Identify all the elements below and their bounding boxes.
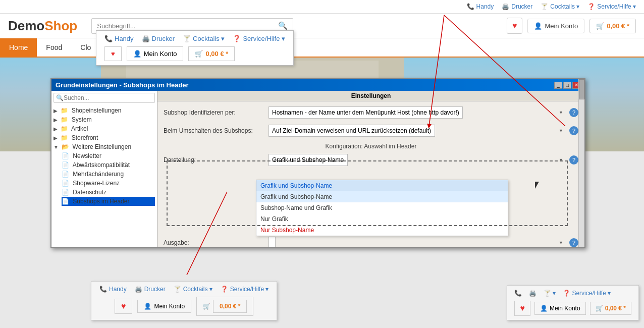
help-button-3[interactable]: ? bbox=[569, 155, 578, 165]
bl-cart-button[interactable]: 🛒 0,00 € * bbox=[196, 297, 253, 316]
popup-user-icon: 👤 bbox=[133, 50, 141, 58]
modal-sidebar: 🔍 ▶ 📁 Shopeinstellungen ▶ 📁 System ▶ 📁 A… bbox=[51, 91, 157, 247]
tree-shopware-lizenz[interactable]: 📄 Shopware-Lizenz bbox=[62, 179, 155, 188]
popup-account-button[interactable]: 👤 Mein Konto bbox=[127, 46, 184, 61]
br-cart-button[interactable]: 🛒 0,00 € * bbox=[590, 302, 631, 315]
account-button[interactable]: 👤 Mein Konto bbox=[527, 19, 584, 33]
bpr-top-row: 📞 🖨️ 🍸 ▾ ❓ Service/Hilfe ▾ bbox=[514, 290, 631, 297]
help-icon: ❓ bbox=[587, 3, 595, 10]
tree-weitere-einstellungen[interactable]: ▼ 📂 Weitere Einstellungen bbox=[53, 142, 155, 151]
help-button-4[interactable]: ? bbox=[569, 238, 578, 247]
bl-cocktails-link[interactable]: 🍸 Cocktails ▾ bbox=[174, 286, 212, 293]
br-cocktail-icon: 🍸 bbox=[544, 290, 551, 297]
expand-icon: ▶ bbox=[53, 108, 58, 114]
account-label: Mein Konto bbox=[545, 22, 578, 30]
doc-icon: 📄 bbox=[62, 198, 69, 205]
setting-row-subshop-id: Subshop Identifizieren per: Hostnamen - … bbox=[164, 106, 578, 119]
bl-handy-link[interactable]: 📞 Handy bbox=[99, 286, 127, 293]
top-utility-bar: 📞 Handy 🖨️ Drucker 🍸 Cocktails ▾ ❓ Servi… bbox=[0, 0, 644, 14]
br-handy-link[interactable]: 📞 bbox=[514, 290, 522, 297]
tree-newsletter[interactable]: 📄 Newsletter bbox=[62, 151, 155, 160]
select-wrapper-2: Auf Ziel-Domain verweisen und URL zurück… bbox=[269, 125, 566, 137]
subshop-id-select[interactable]: Hostnamen - der Name unter dem Menüpunkt… bbox=[269, 106, 463, 119]
expand-icon: ▼ bbox=[53, 144, 59, 150]
wishlist-button[interactable]: ♥ bbox=[507, 18, 523, 34]
tree-children: 📄 Newsletter 📄 Abwärtskompatibilität 📄 M… bbox=[53, 151, 155, 206]
bl-account-button[interactable]: 👤 Mein Konto bbox=[137, 300, 191, 313]
cart-button[interactable]: 🛒 0,00 € * bbox=[589, 19, 636, 33]
popup-drucker-link[interactable]: 🖨️ Drucker bbox=[142, 35, 175, 42]
bottom-popup-top-row: 📞 Handy 🖨️ Drucker 🍸 Cocktails ▾ ❓ Servi… bbox=[99, 286, 269, 293]
tree-subshops-header[interactable]: 📄 Subshops im Header bbox=[62, 197, 155, 206]
help-button-1[interactable]: ? bbox=[569, 108, 578, 117]
bl-printer-icon: 🖨️ bbox=[135, 286, 142, 293]
bl-phone-icon: 📞 bbox=[99, 286, 107, 293]
br-wishlist-button[interactable]: ♥ bbox=[514, 301, 530, 316]
cocktails-link[interactable]: 🍸 Cocktails ▾ bbox=[541, 3, 579, 10]
service-link[interactable]: ❓ Service/Hilfe ▾ bbox=[587, 3, 636, 10]
bottom-popup-left: 📞 Handy 🖨️ Drucker 🍸 Cocktails ▾ ❓ Servi… bbox=[91, 281, 277, 320]
printer-icon: 🖨️ bbox=[502, 3, 509, 10]
modal-body: 🔍 ▶ 📁 Shopeinstellungen ▶ 📁 System ▶ 📁 A… bbox=[51, 91, 584, 247]
cart-icon: 🛒 bbox=[596, 22, 604, 30]
ausgabe-select[interactable] bbox=[269, 237, 276, 247]
dropdown-option-2[interactable]: Grafik und Subshop-Name bbox=[256, 191, 508, 202]
scrollbar-thumb[interactable] bbox=[579, 91, 584, 99]
bl-drucker-link[interactable]: 🖨️ Drucker bbox=[135, 286, 166, 293]
nav-home[interactable]: Home bbox=[0, 38, 37, 57]
darstellung-select-wrapper: Grafik und Subshop-Name bbox=[269, 154, 566, 166]
drucker-label: Drucker bbox=[511, 3, 532, 10]
doc-icon: 📄 bbox=[62, 180, 69, 187]
br-service-link[interactable]: ❓ Service/Hilfe ▾ bbox=[563, 290, 611, 297]
ausgabe-select-wrapper bbox=[269, 237, 566, 247]
popup-wishlist-button[interactable]: ♥ bbox=[104, 46, 122, 61]
select-wrapper-1: Hostnamen - der Name unter dem Menüpunkt… bbox=[269, 106, 566, 119]
doc-icon: 📄 bbox=[62, 152, 69, 159]
popup-cocktails-link[interactable]: 🍸 Cocktails ▾ bbox=[183, 35, 225, 42]
bl-wishlist-button[interactable]: ♥ bbox=[115, 299, 133, 314]
tree-datenschutz[interactable]: 📄 Datenschutz bbox=[62, 188, 155, 197]
br-drucker-link[interactable]: 🖨️ bbox=[529, 290, 536, 297]
tree-storefront[interactable]: ▶ 📁 Storefront bbox=[53, 133, 155, 142]
setting-row-umschalten: Beim Umschalten des Subshops: Auf Ziel-D… bbox=[164, 125, 578, 137]
darstellung-select[interactable]: Grafik und Subshop-Name bbox=[269, 154, 348, 166]
br-printer-icon: 🖨️ bbox=[529, 290, 536, 297]
nav-food[interactable]: Food bbox=[37, 38, 71, 57]
popup-cart-button[interactable]: 🛒 0,00 € * bbox=[188, 46, 235, 61]
user-icon: 👤 bbox=[534, 22, 542, 30]
br-account-button[interactable]: 👤 Mein Konto bbox=[534, 302, 586, 315]
scrollbar[interactable] bbox=[578, 91, 584, 247]
help-button-2[interactable]: ? bbox=[569, 126, 578, 135]
sidebar-search-input[interactable] bbox=[64, 94, 152, 101]
dropdown-option-5[interactable]: Nur Subshop-Name bbox=[256, 225, 508, 236]
br-cart-icon: 🛒 bbox=[596, 305, 603, 312]
popup-handy-link[interactable]: 📞 Handy bbox=[104, 35, 134, 42]
bl-service-link[interactable]: ❓ Service/Hilfe ▾ bbox=[221, 286, 269, 293]
tree-artikel[interactable]: ▶ 📁 Artikel bbox=[53, 124, 155, 133]
dropdown-option-1[interactable]: Grafik und Subshop-Name bbox=[256, 180, 508, 191]
dropdown-option-3[interactable]: Subshop-Name und Grafik bbox=[256, 202, 508, 213]
drucker-link[interactable]: 🖨️ Drucker bbox=[502, 3, 532, 10]
tree-mehrfach[interactable]: 📄 Mehrfachänderung bbox=[62, 170, 155, 179]
phone-icon: 📞 bbox=[467, 3, 474, 10]
ausgabe-label: Ausgabe: bbox=[164, 239, 264, 246]
bl-user-icon: 👤 bbox=[144, 303, 151, 310]
folder-icon: 📁 bbox=[61, 116, 68, 123]
tree-system[interactable]: ▶ 📁 System bbox=[53, 115, 155, 124]
tree-shopeinstellungen[interactable]: ▶ 📁 Shopeinstellungen bbox=[53, 106, 155, 115]
service-label: Service/Hilfe ▾ bbox=[597, 3, 636, 10]
br-cocktails-link[interactable]: 🍸 ▾ bbox=[544, 290, 556, 297]
tree-abwaerts[interactable]: 📄 Abwärtskompatibilität bbox=[62, 160, 155, 170]
handy-link[interactable]: 📞 Handy bbox=[467, 3, 494, 10]
maximize-button[interactable]: □ bbox=[563, 82, 571, 89]
handy-label: Handy bbox=[476, 3, 494, 10]
folder-icon: 📁 bbox=[61, 107, 68, 114]
dropdown-option-4[interactable]: Nur Grafik bbox=[256, 213, 508, 225]
popup-service-link[interactable]: ❓ Service/Hilfe ▾ bbox=[233, 35, 285, 42]
folder-open-icon: 📂 bbox=[62, 143, 69, 150]
doc-icon: 📄 bbox=[62, 161, 69, 169]
umschalten-select[interactable]: Auf Ziel-Domain verweisen und URL zurück… bbox=[269, 125, 435, 137]
minimize-button[interactable]: _ bbox=[554, 82, 562, 89]
modal-title: Grundeinstellungen - Subshops im Header bbox=[56, 81, 189, 89]
popup-cart-icon: 🛒 bbox=[195, 50, 203, 58]
